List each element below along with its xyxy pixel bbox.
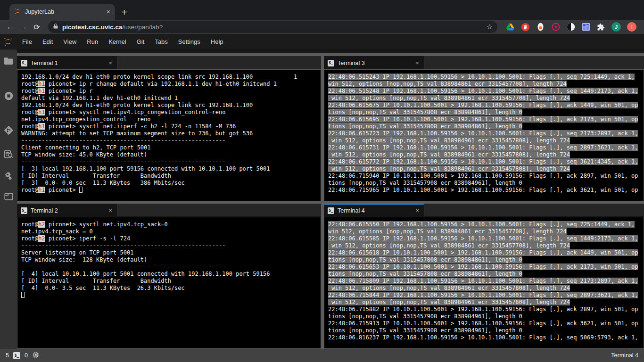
extension-row: J ↑ <box>502 22 639 32</box>
terminal-line: TCP window size: 128 KByte (default) <box>21 256 321 263</box>
terminal-line: root@h1 piconet> ip r <box>21 88 321 95</box>
menu-kernel[interactable]: Kernel <box>103 34 132 49</box>
browser-update-icon[interactable]: ↑ <box>627 22 636 32</box>
drive-extension-icon[interactable] <box>506 23 515 32</box>
menu-edit[interactable]: Edit <box>37 34 58 49</box>
timer-extension-icon[interactable] <box>536 23 545 32</box>
address-bar[interactable]: picotest.csc.uvic.ca/user/pan/lab? ☆ <box>48 21 497 33</box>
new-tab-button[interactable]: + <box>122 8 127 17</box>
terminal-4-output[interactable]: 22:48:06.615550 IP 192.168.1.100.59156 >… <box>324 217 644 349</box>
reload-icon[interactable]: ⟳ <box>31 21 42 33</box>
dashboard-extension-icon[interactable] <box>581 23 590 32</box>
terminal-line: Client connecting to h2, TCP port 5001 <box>21 144 321 151</box>
terminal-2-output[interactable]: root@h2 piconet> sysctl net.ipv4.tcp_sac… <box>17 217 321 349</box>
kernels-count: 0 <box>25 352 28 359</box>
terminal-line: 192.168.1.0/24 dev h1-eth0 proto kernel … <box>21 74 321 81</box>
profile-avatar[interactable]: J <box>611 22 621 32</box>
terminal-line <box>21 292 321 299</box>
terminals-status-icon[interactable]: $_ <box>13 352 20 359</box>
prompt-host-highlight: h2 <box>38 235 45 242</box>
terminal-3-output[interactable]: 22:48:06.515243 IP 192.168.1.100.59156 >… <box>324 69 644 201</box>
menu-run[interactable]: Run <box>82 34 103 49</box>
terminal-3-close-icon[interactable]: × <box>415 59 420 66</box>
terminal-line: 22:48:06.715882 IP 10.10.1.100.5001 > 19… <box>328 306 644 313</box>
terminal-line: win 512, options [nop,nop,TS val 8389848… <box>328 228 644 235</box>
jupyter-logo <box>3 37 13 47</box>
menu-git[interactable]: Git <box>132 34 150 49</box>
terminal-2-tab[interactable]: $_ Terminal 2 × <box>17 204 117 216</box>
browser-tab[interactable]: JupyterLab × <box>9 4 115 20</box>
terminal-line: 22:48:06.715965 IP 10.10.1.100.5001 > 19… <box>328 187 644 194</box>
terminal-line: win 512, options [nop,nop,TS val 8389849… <box>328 165 644 173</box>
running-kernels-icon[interactable] <box>0 91 17 101</box>
menu-settings[interactable]: Settings <box>173 34 206 49</box>
inspector-search-icon[interactable] <box>0 149 17 159</box>
main-area: $_ Terminal 1 × 192.168.1.0/24 dev h1-et… <box>0 49 644 349</box>
git-icon[interactable] <box>0 125 17 135</box>
terminal-1-close-icon[interactable]: × <box>108 59 113 66</box>
terminal-line: win 512, options [nop,nop,TS val 8389849… <box>328 299 644 306</box>
dock-panel: $_ Terminal 1 × 192.168.1.0/24 dev h1-et… <box>17 49 644 349</box>
terminal-line: win 512, options [nop,nop,TS val 8389849… <box>328 285 644 292</box>
video-extension-icon[interactable] <box>551 23 560 32</box>
terminal-4-tab[interactable]: $_ Terminal 4 × <box>324 204 424 216</box>
terminal-line: 22:48:06.515248 IP 192.168.1.100.59156 >… <box>328 88 644 95</box>
darkmode-extension-icon[interactable] <box>566 23 575 32</box>
terminal-line: 22:48:06.615675 IP 10.10.1.100.5001 > 19… <box>328 102 644 109</box>
jupyterlab-statusbar: 5 $_ 0 Terminal 4 <box>0 349 644 362</box>
terminal-1-output[interactable]: 192.168.1.0/24 dev h1-eth0 proto kernel … <box>17 69 321 201</box>
forward-icon[interactable]: → <box>18 21 29 33</box>
terminal-line: [ 4] 0.0- 3.5 sec 11.3 KBytes 26.3 Kbits… <box>21 285 321 292</box>
url-text: picotest.csc.uvic.ca/user/pan/lab? <box>62 24 163 31</box>
terminal-2-tabbar: $_ Terminal 2 × <box>17 204 321 217</box>
terminal-line: net.ipv4.tcp_sack = 0 <box>21 228 321 235</box>
terminal-line: win 512, options [nop,nop,TS val 8389848… <box>328 95 644 102</box>
terminal-tab-icon: $_ <box>21 60 27 66</box>
terminal-line: 192.168.1.0/24 dev h1-eth0 proto kernel … <box>21 102 321 109</box>
terminal-line: root@h2 piconet> iperf -s -l 724 <box>21 235 321 242</box>
terminals-count: 5 <box>6 352 9 359</box>
terminal-line: 22:48:06.816237 IP 192.168.1.100.59156 >… <box>328 334 644 341</box>
terminal-line: 22:48:06.615772 IP 192.168.1.100.59156 >… <box>328 158 644 165</box>
terminal-3-panel: $_ Terminal 3 × 22:48:06.515243 IP 192.1… <box>324 56 644 201</box>
back-icon[interactable]: ← <box>5 21 16 33</box>
prompt-host-highlight: h1 <box>38 109 45 115</box>
browser-tab-strip: JupyterLab × + <box>0 0 644 20</box>
terminal-3-tab[interactable]: $_ Terminal 3 × <box>324 56 424 69</box>
current-activity-label[interactable]: Terminal 4 <box>611 352 638 359</box>
bookmark-star-icon[interactable]: ☆ <box>487 23 493 31</box>
terminal-line: 22:48:06.715940 IP 10.10.1.100.5001 > 19… <box>328 173 644 180</box>
terminal-line: 22:48:06.715844 IP 192.168.1.100.59156 >… <box>328 292 644 299</box>
terminal-line: 22:48:06.615723 IP 192.168.1.100.59156 >… <box>328 130 644 137</box>
terminal-line: WARNING: attempt to set TCP maximum segm… <box>21 130 321 137</box>
terminal-line: [ ID] Interval Transfer Bandwidth <box>21 278 321 285</box>
terminal-line: win 512, options [nop,nop,TS val 8389849… <box>328 137 644 144</box>
terminal-cursor <box>21 292 25 298</box>
menu-file[interactable]: File <box>17 34 37 49</box>
terminal-2-tab-label: Terminal 2 <box>31 207 105 214</box>
terminal-line: root@h1 piconet> <box>21 187 321 194</box>
terminal-line: 22:48:06.615550 IP 192.168.1.100.59156 >… <box>328 221 644 228</box>
browser-tab-close-icon[interactable]: × <box>107 8 110 16</box>
menu-view[interactable]: View <box>58 34 82 49</box>
terminal-line: [ 3] 0.0- 0.0 sec 11.3 KBytes 386 Mbits/… <box>21 180 321 187</box>
terminal-line: 22:48:06.615653 IP 10.10.1.100.5001 > 19… <box>328 263 644 271</box>
terminal-line: 22:48:06.615695 IP 10.10.1.100.5001 > 19… <box>328 116 644 123</box>
extensions-puzzle-icon[interactable] <box>596 23 605 32</box>
adblock-extension-icon[interactable] <box>521 23 530 32</box>
terminal-4-close-icon[interactable]: × <box>415 207 420 214</box>
menu-help[interactable]: Help <box>206 34 229 49</box>
open-tabs-icon[interactable] <box>0 193 17 200</box>
property-inspector-gears-icon[interactable] <box>0 171 17 181</box>
menu-tabs[interactable]: Tabs <box>149 34 173 49</box>
jupyterlab-menubar: File Edit View Run Kernel Git Tabs Setti… <box>0 34 644 49</box>
terminal-2-close-icon[interactable]: × <box>108 207 113 214</box>
terminal-1-tab[interactable]: $_ Terminal 1 × <box>17 56 117 69</box>
browser-tab-title: JupyterLab <box>25 8 103 15</box>
file-browser-icon[interactable] <box>0 57 17 65</box>
terminal-line: win 512, options [nop,nop,TS val 8389849… <box>328 151 644 158</box>
kernel-status-icon[interactable] <box>32 351 40 360</box>
terminal-line: root@h1 piconet> sysctl net.ipv4.tcp_con… <box>21 109 321 116</box>
terminal-3-tab-label: Terminal 3 <box>338 60 412 66</box>
terminal-tab-icon: $_ <box>21 207 27 214</box>
